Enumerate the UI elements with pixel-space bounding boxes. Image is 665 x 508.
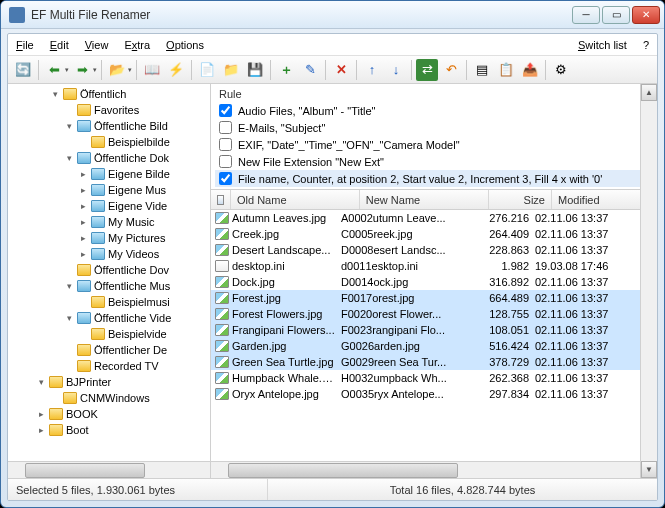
tree-expander-icon[interactable]: ▾	[64, 313, 75, 324]
add-icon[interactable]: ＋	[275, 59, 297, 81]
file-row[interactable]: Desert Landscape...D0008esert Landsc...2…	[211, 242, 657, 258]
scroll-up-icon[interactable]: ▲	[641, 84, 657, 101]
tree-item[interactable]: ▸Eigene Vide	[8, 198, 210, 214]
col-new-name[interactable]: New Name	[360, 190, 489, 209]
tree-item[interactable]: ▾Öffentlich	[8, 86, 210, 102]
tree-expander-icon[interactable]: ▾	[64, 281, 75, 292]
tree-expander-icon[interactable]: ▾	[50, 89, 61, 100]
tree-expander-icon[interactable]	[64, 361, 75, 372]
tree-item[interactable]: Beispielvide	[8, 326, 210, 342]
file-row[interactable]: Autumn Leaves.jpgA0002utumn Leave...276.…	[211, 210, 657, 226]
file-row[interactable]: Oryx Antelope.jpgO0035ryx Antelope...297…	[211, 386, 657, 402]
tree-item[interactable]: CNMWindows	[8, 390, 210, 406]
rule-checkbox[interactable]	[219, 121, 232, 134]
tree-item[interactable]: ▸My Music	[8, 214, 210, 230]
back-icon[interactable]: ⬅	[43, 59, 65, 81]
tree-expander-icon[interactable]: ▸	[78, 169, 89, 180]
tree-expander-icon[interactable]: ▸	[78, 201, 89, 212]
tree-item[interactable]: ▸Eigene Mus	[8, 182, 210, 198]
tree-expander-icon[interactable]: ▾	[64, 121, 75, 132]
scroll-down-icon[interactable]: ▼	[641, 461, 657, 478]
tree-item[interactable]: ▸Boot	[8, 422, 210, 438]
tree-item[interactable]: ▸My Pictures	[8, 230, 210, 246]
lightning-icon[interactable]: ⚡	[165, 59, 187, 81]
tree-expander-icon[interactable]	[64, 265, 75, 276]
tree-expander-icon[interactable]	[50, 393, 61, 404]
settings-icon[interactable]: ⚙	[550, 59, 572, 81]
tree-item[interactable]: ▾Öffentliche Bild	[8, 118, 210, 134]
export-icon[interactable]: 📤	[519, 59, 541, 81]
swap-icon[interactable]: ⇄	[416, 59, 438, 81]
file-row[interactable]: Garden.jpgG0026arden.jpg516.42402.11.06 …	[211, 338, 657, 354]
down-arrow-icon[interactable]: ↓	[385, 59, 407, 81]
tree-expander-icon[interactable]: ▸	[78, 185, 89, 196]
rule-row[interactable]: EXIF, "Date"_"Time"_"OFN"_"Camera Model"	[215, 136, 653, 153]
up-arrow-icon[interactable]: ↑	[361, 59, 383, 81]
menu-file[interactable]: File	[16, 39, 34, 51]
col-icon[interactable]	[211, 190, 231, 209]
tree-expander-icon[interactable]: ▸	[36, 409, 47, 420]
forward-icon[interactable]: ➡	[71, 59, 93, 81]
maximize-button[interactable]: ▭	[602, 6, 630, 24]
tree-item[interactable]: ▾Öffentliche Dok	[8, 150, 210, 166]
file-row[interactable]: desktop.inid0011esktop.ini1.98219.03.08 …	[211, 258, 657, 274]
new-file-icon[interactable]: 📄	[196, 59, 218, 81]
tree-item[interactable]: ▾Öffentliche Vide	[8, 310, 210, 326]
tree-item[interactable]: Beispielbilde	[8, 134, 210, 150]
rule-row[interactable]: New File Extension "New Ext"	[215, 153, 653, 170]
tree-item[interactable]: Beispielmusi	[8, 294, 210, 310]
menu-options[interactable]: Options	[166, 39, 204, 51]
close-button[interactable]: ✕	[632, 6, 660, 24]
refresh-icon[interactable]: 🔄	[12, 59, 34, 81]
file-list[interactable]: Autumn Leaves.jpgA0002utumn Leave...276.…	[211, 210, 657, 461]
menu-switch-list[interactable]: Switch list	[578, 39, 627, 51]
tree-expander-icon[interactable]: ▸	[36, 425, 47, 436]
tree-item[interactable]: Favorites	[8, 102, 210, 118]
file-row[interactable]: Forest.jpgF0017orest.jpg664.48902.11.06 …	[211, 290, 657, 306]
tree-expander-icon[interactable]	[64, 345, 75, 356]
minimize-button[interactable]: ─	[572, 6, 600, 24]
rule-row[interactable]: Audio Files, "Album" - "Title"	[215, 102, 653, 119]
file-row[interactable]: Frangipani Flowers...F0023rangipani Flo.…	[211, 322, 657, 338]
save-icon[interactable]: 💾	[244, 59, 266, 81]
tree-item[interactable]: Öffentlicher De	[8, 342, 210, 358]
undo-icon[interactable]: ↶	[440, 59, 462, 81]
open-folder-icon[interactable]: 📁	[220, 59, 242, 81]
titlebar[interactable]: EF Multi File Renamer ─ ▭ ✕	[1, 1, 664, 29]
tree-h-scrollbar[interactable]	[8, 461, 210, 478]
right-v-scrollbar[interactable]: ▲ ▼	[640, 84, 657, 478]
delete-icon[interactable]: ✕	[330, 59, 352, 81]
folder-up-icon[interactable]: 📂	[106, 59, 128, 81]
tree-item[interactable]: ▾Öffentliche Mus	[8, 278, 210, 294]
file-row[interactable]: Creek.jpgC0005reek.jpg264.40902.11.06 13…	[211, 226, 657, 242]
tree-expander-icon[interactable]	[78, 329, 89, 340]
tree-item[interactable]: ▾BJPrinter	[8, 374, 210, 390]
edit-icon[interactable]: ✎	[299, 59, 321, 81]
tree-expander-icon[interactable]: ▸	[78, 233, 89, 244]
tree-expander-icon[interactable]: ▸	[78, 249, 89, 260]
file-row[interactable]: Dock.jpgD0014ock.jpg316.89202.11.06 13:3…	[211, 274, 657, 290]
tree-expander-icon[interactable]: ▸	[78, 217, 89, 228]
rule-row[interactable]: File name, Counter, at position 2, Start…	[215, 170, 653, 187]
menu-view[interactable]: View	[85, 39, 109, 51]
list-icon[interactable]: ▤	[471, 59, 493, 81]
rule-checkbox[interactable]	[219, 138, 232, 151]
rule-checkbox[interactable]	[219, 172, 232, 185]
col-old-name[interactable]: Old Name	[231, 190, 360, 209]
file-row[interactable]: Green Sea Turtle.jpgG0029reen Sea Tur...…	[211, 354, 657, 370]
tree-expander-icon[interactable]: ▾	[64, 153, 75, 164]
menu-edit[interactable]: Edit	[50, 39, 69, 51]
rule-checkbox[interactable]	[219, 104, 232, 117]
list-h-scrollbar[interactable]	[211, 461, 657, 478]
col-size[interactable]: Size	[489, 190, 552, 209]
tree-item[interactable]: Recorded TV	[8, 358, 210, 374]
tree-item[interactable]: ▸Eigene Bilde	[8, 166, 210, 182]
rule-row[interactable]: E-Mails, "Subject"	[215, 119, 653, 136]
tree-expander-icon[interactable]: ▾	[36, 377, 47, 388]
book-icon[interactable]: 📖	[141, 59, 163, 81]
tree-expander-icon[interactable]	[78, 297, 89, 308]
tree-item[interactable]: ▸BOOK	[8, 406, 210, 422]
menu-extra[interactable]: Extra	[124, 39, 150, 51]
tree-expander-icon[interactable]	[64, 105, 75, 116]
tree-expander-icon[interactable]	[78, 137, 89, 148]
